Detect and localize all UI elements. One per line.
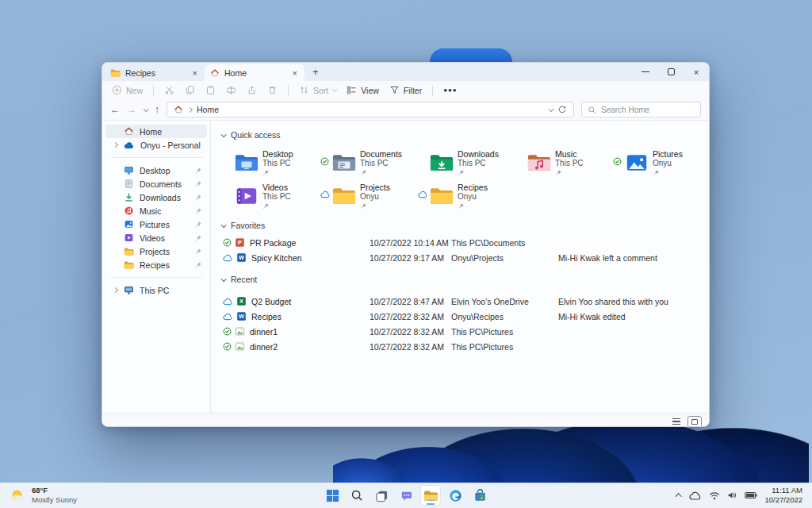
location-cell: Elvin Yoo's OneDrive bbox=[451, 297, 558, 306]
paste-button[interactable] bbox=[205, 85, 216, 95]
desktop-icon bbox=[124, 165, 134, 175]
search-box[interactable] bbox=[581, 102, 701, 117]
chat-button[interactable] bbox=[396, 485, 416, 506]
microsoft-store-button[interactable] bbox=[469, 485, 490, 506]
volume-icon[interactable] bbox=[727, 491, 737, 500]
file-row-recipes[interactable]: W Recipes 10/27/2022 8:32 AM Onyu\Recipe… bbox=[223, 309, 701, 324]
section-header-quick-access[interactable]: Quick access bbox=[221, 130, 701, 140]
tab-close-icon[interactable]: × bbox=[191, 68, 199, 78]
sidebar-item-recipes[interactable]: Recipes bbox=[105, 258, 207, 271]
section-header-favorites[interactable]: Favorites bbox=[221, 221, 701, 230]
rename-button[interactable] bbox=[226, 85, 236, 95]
sidebar-item-downloads[interactable]: Downloads bbox=[105, 190, 207, 204]
excel-icon: X bbox=[236, 296, 247, 306]
collapse-chevron-icon[interactable] bbox=[221, 276, 227, 282]
close-button[interactable]: × bbox=[684, 63, 709, 81]
date-cell: 10/27/2022 8:32 AM bbox=[370, 312, 451, 321]
date-cell: 10/27/2022 8:47 AM bbox=[370, 297, 451, 306]
search-input[interactable] bbox=[601, 106, 695, 114]
edge-button[interactable] bbox=[445, 485, 465, 506]
filter-button[interactable]: Filter bbox=[389, 85, 422, 95]
sidebar-item-documents[interactable]: Documents bbox=[105, 177, 207, 190]
start-button[interactable] bbox=[322, 485, 343, 506]
pin-icon[interactable] bbox=[194, 221, 202, 229]
new-tab-button[interactable]: + bbox=[304, 66, 327, 78]
see-more-button[interactable]: ●●● bbox=[443, 87, 458, 94]
new-button[interactable]: New bbox=[112, 85, 143, 95]
image-file-icon bbox=[235, 341, 245, 352]
quick-access-tile-recipes[interactable]: Recipes Onyu bbox=[418, 179, 515, 213]
file-row-dinner1[interactable]: dinner1 10/27/2022 8:32 AM This PC\Pictu… bbox=[223, 324, 701, 339]
file-explorer-button[interactable] bbox=[420, 485, 441, 506]
sort-button[interactable]: Sort bbox=[299, 85, 336, 95]
pin-icon[interactable] bbox=[194, 194, 202, 202]
sort-icon bbox=[299, 85, 309, 95]
details-view-button[interactable] bbox=[670, 416, 683, 427]
section-header-recent[interactable]: Recent bbox=[221, 275, 701, 284]
recent-locations-chevron-icon[interactable] bbox=[144, 106, 149, 112]
taskbar-app-icons bbox=[322, 483, 490, 508]
quick-access-tile-desktop[interactable]: Desktop This PC bbox=[223, 146, 320, 179]
taskbar-clock[interactable]: 11:11 AM 10/27/2022 bbox=[764, 486, 802, 506]
tab-close-icon[interactable]: × bbox=[291, 68, 299, 78]
address-dropdown-icon[interactable] bbox=[549, 106, 554, 112]
forward-button[interactable]: → bbox=[127, 105, 136, 114]
sidebar-item-music[interactable]: Music bbox=[105, 204, 207, 217]
task-view-button[interactable] bbox=[371, 485, 392, 506]
pin-icon[interactable] bbox=[194, 261, 202, 269]
view-button[interactable]: View bbox=[347, 85, 379, 95]
collapse-chevron-icon[interactable] bbox=[221, 132, 227, 137]
expand-chevron-icon[interactable] bbox=[112, 142, 117, 148]
pin-icon[interactable] bbox=[194, 207, 202, 215]
pin-icon[interactable] bbox=[194, 167, 202, 175]
delete-button[interactable] bbox=[267, 85, 278, 95]
file-row-pr-package[interactable]: P PR Package 10/27/2022 10:14 AM This PC… bbox=[223, 235, 701, 250]
copy-icon bbox=[185, 85, 195, 95]
sidebar-item-this-pc[interactable]: This PC bbox=[105, 283, 207, 297]
sidebar-item-onedrive[interactable]: Onyu - Personal bbox=[105, 138, 207, 152]
sidebar-item-home[interactable]: Home bbox=[105, 125, 207, 138]
share-button[interactable] bbox=[247, 85, 257, 95]
file-row-dinner2[interactable]: dinner2 10/27/2022 8:32 AM This PC\Pictu… bbox=[223, 339, 701, 354]
sidebar-item-projects[interactable]: Projects bbox=[105, 244, 207, 258]
battery-icon[interactable] bbox=[745, 491, 757, 499]
breadcrumb-item-home[interactable]: Home bbox=[197, 105, 219, 114]
home-icon bbox=[124, 126, 134, 137]
taskbar-weather-widget[interactable]: 68°F Mostly Sunny bbox=[0, 486, 174, 505]
search-button[interactable] bbox=[347, 485, 367, 506]
refresh-icon[interactable] bbox=[557, 105, 567, 114]
minimize-button[interactable] bbox=[633, 63, 658, 81]
breadcrumb[interactable]: Home bbox=[167, 102, 574, 117]
pin-icon[interactable] bbox=[194, 234, 202, 242]
sidebar-item-desktop[interactable]: Desktop bbox=[105, 164, 207, 177]
pin-icon[interactable] bbox=[194, 248, 202, 256]
expand-chevron-icon[interactable] bbox=[112, 287, 117, 293]
collapse-chevron-icon[interactable] bbox=[221, 222, 227, 228]
quick-access-tile-pictures[interactable]: Pictures Onyu bbox=[613, 146, 709, 179]
quick-access-tile-projects[interactable]: Projects Onyu bbox=[320, 179, 418, 213]
large-icons-view-button[interactable] bbox=[688, 416, 702, 428]
pin-icon[interactable] bbox=[194, 180, 202, 188]
onedrive-tray-icon[interactable] bbox=[689, 491, 702, 500]
quick-access-tile-downloads[interactable]: Downloads This PC bbox=[418, 146, 515, 179]
cut-button[interactable] bbox=[164, 85, 174, 95]
sidebar-item-pictures[interactable]: Pictures bbox=[105, 217, 207, 231]
word-icon: W bbox=[236, 311, 247, 321]
quick-access-tile-documents[interactable]: Documents This PC bbox=[320, 146, 418, 179]
up-button[interactable]: ↑ bbox=[155, 105, 159, 114]
sidebar-item-videos[interactable]: Videos bbox=[105, 231, 207, 244]
quick-access-tile-music[interactable]: Music This PC bbox=[515, 146, 613, 179]
quick-access-tile-videos[interactable]: Videos This PC bbox=[223, 179, 320, 213]
wifi-icon[interactable] bbox=[709, 491, 720, 500]
copy-button[interactable] bbox=[185, 85, 195, 95]
file-row-spicy-kitchen[interactable]: W Spicy Kitchen 10/27/2022 9:17 AM Onyu\… bbox=[223, 250, 701, 265]
tray-overflow-chevron-icon[interactable] bbox=[676, 493, 682, 499]
clock-date: 10/27/2022 bbox=[764, 495, 802, 505]
file-row-q2-budget[interactable]: X Q2 Budget 10/27/2022 8:47 AM Elvin Yoo… bbox=[223, 294, 701, 309]
documents-icon bbox=[124, 179, 134, 189]
back-button[interactable]: ← bbox=[110, 105, 120, 114]
tab-recipes[interactable]: Recipes × bbox=[105, 64, 205, 81]
chevron-down-icon bbox=[332, 87, 338, 92]
maximize-button[interactable] bbox=[658, 63, 684, 81]
tab-home[interactable]: Home × bbox=[205, 64, 304, 81]
